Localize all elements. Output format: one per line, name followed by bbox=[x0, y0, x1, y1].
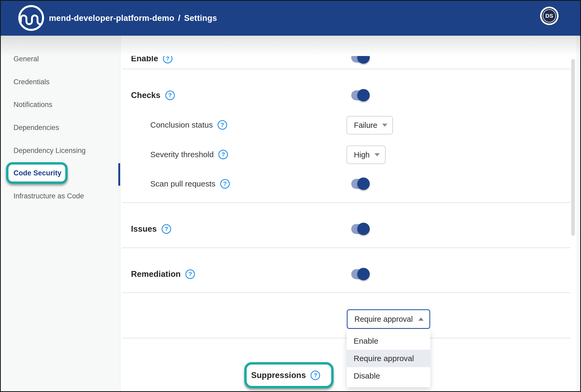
section-divider bbox=[122, 202, 570, 203]
severity-threshold-label: Severity threshold bbox=[150, 150, 214, 159]
section-divider bbox=[122, 292, 570, 293]
section-divider bbox=[122, 248, 570, 248]
enable-help-icon[interactable]: ? bbox=[163, 56, 172, 63]
caret-up-icon bbox=[418, 318, 424, 321]
enable-toggle[interactable] bbox=[351, 56, 369, 63]
breadcrumb-separator: / bbox=[178, 13, 180, 23]
settings-scroll-area: Enable ? Checks ? Conclusion status ? Fa bbox=[120, 56, 576, 391]
remediation-row: Remediation ? bbox=[131, 268, 195, 280]
scan-pull-requests-row: Scan pull requests ? bbox=[150, 178, 230, 190]
app-window: mend-developer-platform-demo / Settings … bbox=[0, 0, 581, 392]
suppressions-row: Suppressions ? bbox=[251, 369, 320, 381]
sidebar-item-dependency-licensing[interactable]: Dependency Licensing bbox=[13, 144, 86, 157]
sidebar-item-dependencies[interactable]: Dependencies bbox=[13, 121, 59, 134]
severity-threshold-select[interactable]: High bbox=[346, 146, 386, 164]
checks-help-icon[interactable]: ? bbox=[165, 91, 175, 100]
suppressions-select[interactable]: Require approval bbox=[347, 309, 430, 329]
sidebar-item-code-security[interactable]: Code Security bbox=[13, 166, 62, 180]
scan-pull-requests-toggle[interactable] bbox=[351, 179, 369, 189]
section-divider bbox=[122, 338, 570, 338]
remediation-label: Remediation bbox=[131, 269, 181, 279]
severity-threshold-row: Severity threshold ? bbox=[150, 148, 228, 161]
checks-row: Checks ? bbox=[131, 89, 175, 101]
annotation-highlight-code-security: Code Security bbox=[6, 162, 68, 184]
suppressions-value: Require approval bbox=[354, 315, 413, 324]
conclusion-status-help-icon[interactable]: ? bbox=[218, 120, 227, 130]
suppressions-dropdown-menu: Enable Require approval Disable bbox=[347, 329, 430, 387]
menu-option-disable[interactable]: Disable bbox=[347, 367, 430, 385]
issues-row: Issues ? bbox=[131, 223, 171, 235]
caret-down-icon bbox=[374, 153, 380, 156]
enable-label: Enable bbox=[131, 56, 158, 63]
severity-threshold-help-icon[interactable]: ? bbox=[218, 150, 228, 159]
conclusion-status-label: Conclusion status bbox=[150, 120, 213, 129]
scan-pull-requests-label: Scan pull requests bbox=[150, 179, 215, 188]
scrollbar-thumb[interactable] bbox=[571, 59, 575, 236]
mend-logo-icon[interactable] bbox=[17, 4, 45, 32]
breadcrumb-project[interactable]: mend-developer-platform-demo bbox=[49, 13, 174, 23]
issues-help-icon[interactable]: ? bbox=[162, 224, 171, 234]
top-navbar: mend-developer-platform-demo / Settings … bbox=[1, 1, 580, 36]
section-divider bbox=[122, 69, 570, 69]
conclusion-status-row: Conclusion status ? bbox=[150, 119, 227, 131]
suppressions-help-icon[interactable]: ? bbox=[311, 371, 320, 380]
sidebar-item-credentials[interactable]: Credentials bbox=[13, 75, 50, 88]
avatar-ring: DS bbox=[542, 8, 557, 24]
suppressions-label: Suppressions bbox=[251, 371, 306, 380]
severity-threshold-value: High bbox=[354, 151, 370, 159]
active-section-indicator bbox=[118, 163, 120, 186]
sidebar-item-infrastructure-as-code[interactable]: Infrastructure as Code bbox=[13, 189, 84, 203]
menu-option-require-approval[interactable]: Require approval bbox=[347, 350, 430, 367]
scan-pull-requests-help-icon[interactable]: ? bbox=[220, 179, 230, 189]
avatar[interactable]: DS bbox=[540, 7, 559, 25]
sidebar-item-general[interactable]: General bbox=[13, 52, 39, 66]
settings-panel: Enable ? Checks ? Conclusion status ? Fa bbox=[120, 36, 576, 391]
remediation-help-icon[interactable]: ? bbox=[185, 269, 195, 279]
avatar-initials: DS bbox=[543, 9, 556, 22]
caret-down-icon bbox=[382, 124, 387, 127]
sidebar-item-notifications[interactable]: Notifications bbox=[13, 98, 52, 111]
issues-toggle[interactable] bbox=[351, 224, 369, 234]
breadcrumb-page: Settings bbox=[184, 13, 217, 23]
enable-row: Enable ? bbox=[131, 56, 172, 65]
checks-label: Checks bbox=[131, 91, 161, 100]
menu-option-enable[interactable]: Enable bbox=[347, 332, 430, 350]
annotation-highlight-suppressions: Suppressions ? bbox=[244, 362, 334, 388]
conclusion-status-value: Failure bbox=[354, 121, 377, 130]
remediation-toggle[interactable] bbox=[351, 269, 369, 279]
issues-label: Issues bbox=[131, 224, 157, 234]
checks-toggle[interactable] bbox=[351, 90, 369, 100]
breadcrumb: mend-developer-platform-demo / Settings bbox=[49, 1, 217, 36]
conclusion-status-select[interactable]: Failure bbox=[346, 116, 393, 134]
